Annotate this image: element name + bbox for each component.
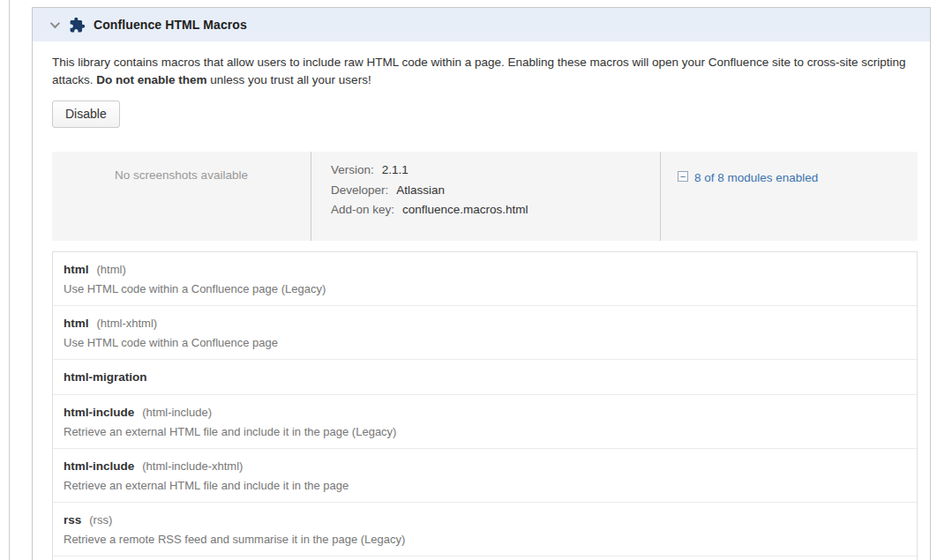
version-label: Version: — [331, 163, 374, 176]
version-field: Version:2.1.1 — [331, 163, 660, 176]
module-name: html-include — [64, 459, 134, 473]
developer-field: Developer:Atlassian — [331, 183, 660, 197]
description-warning-bold: Do not enable them — [96, 73, 206, 86]
modules-enabled-link[interactable]: −8 of 8 modules enabled — [678, 171, 818, 184]
module-row-rss-xhtml: rss(rss-xhtml) — [53, 556, 917, 560]
module-key: (html-include) — [142, 406, 212, 419]
chevron-down-icon[interactable] — [50, 19, 60, 28]
module-name: html-include — [64, 406, 134, 419]
modules-summary-section: −8 of 8 modules enabled — [661, 152, 918, 241]
disable-button[interactable]: Disable — [52, 101, 120, 128]
description-text-tail: unless you trust all your users! — [207, 73, 371, 86]
plugin-puzzle-icon — [69, 17, 86, 34]
addon-description: This library contains macros that allow … — [52, 54, 918, 88]
module-description: Retrieve an external HTML file and inclu… — [64, 479, 906, 492]
module-row-rss: rss(rss) Retrieve a remote RSS feed and … — [53, 502, 917, 556]
addon-info-box: No screenshots available Version:2.1.1 D… — [52, 152, 918, 241]
module-description: Use HTML code within a Confluence page — [64, 336, 906, 349]
developer-label: Developer: — [331, 183, 388, 197]
module-key: (rss) — [89, 513, 112, 526]
page-left-divider — [9, 0, 10, 560]
screenshots-placeholder: No screenshots available — [52, 152, 311, 241]
addon-details: Version:2.1.1 Developer:Atlassian Add-on… — [311, 152, 661, 241]
developer-value: Atlassian — [396, 183, 445, 197]
module-row-html-include: html-include(html-include) Retrieve an e… — [53, 394, 917, 448]
module-list: html(html) Use HTML code within a Conflu… — [52, 251, 918, 560]
addon-panel-body: This library contains macros that allow … — [33, 41, 930, 560]
module-row-html-xhtml: html(html-xhtml) Use HTML code within a … — [53, 305, 917, 359]
addon-panel-header[interactable]: Confluence HTML Macros — [33, 8, 930, 41]
modules-enabled-label[interactable]: 8 of 8 modules enabled — [694, 171, 818, 184]
module-description: Retrieve a remote RSS feed and summarise… — [64, 533, 906, 546]
addon-key-value: confluence.macros.html — [402, 203, 528, 216]
addon-key-field: Add-on key:confluence.macros.html — [331, 203, 660, 216]
module-row-html-include-xhtml: html-include(html-include-xhtml) Retriev… — [53, 448, 917, 502]
addon-title: Confluence HTML Macros — [94, 18, 247, 32]
module-key: (html-include-xhtml) — [142, 459, 243, 473]
module-key: (html-xhtml) — [97, 317, 158, 330]
module-name: rss — [64, 513, 81, 526]
module-description: Use HTML code within a Confluence page (… — [64, 282, 906, 295]
version-value: 2.1.1 — [382, 163, 409, 176]
addon-key-label: Add-on key: — [331, 203, 394, 216]
module-name: html-migration — [64, 370, 147, 384]
module-key: (html) — [97, 263, 126, 276]
module-description: Retrieve an external HTML file and inclu… — [64, 425, 906, 438]
module-name: html — [64, 317, 89, 330]
collapse-minus-icon[interactable]: − — [678, 171, 688, 182]
addon-panel: Confluence HTML Macros This library cont… — [32, 7, 931, 560]
module-row-html: html(html) Use HTML code within a Conflu… — [53, 252, 917, 305]
module-row-html-migration: html-migration — [53, 359, 917, 394]
module-name: html — [64, 263, 89, 276]
